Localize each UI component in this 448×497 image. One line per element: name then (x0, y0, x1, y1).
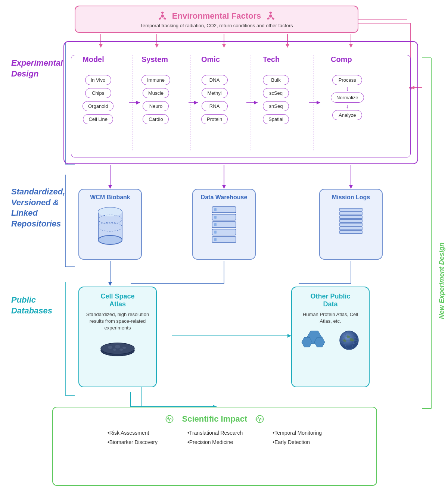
impact-translational: •Translational Research (187, 428, 243, 438)
pill-methyl: Methyl (202, 88, 228, 98)
pill-protein: Protein (201, 114, 228, 124)
pill-cell-line: Cell Line (83, 114, 113, 124)
exp-design-box: Model in Vivo Chips Organoid Cell Line S… (63, 41, 418, 164)
public-databases-label: Public Databases (11, 295, 52, 316)
pill-cardio: Cardio (143, 114, 169, 124)
scientific-impact-box: Scientific Impact •Risk Assessment •Biom… (52, 407, 377, 486)
hex-cluster-icon (301, 329, 327, 351)
col-header-model: Model (83, 55, 113, 64)
pill-scseq: scSeq (263, 88, 289, 98)
pill-immune: Immune (141, 75, 170, 85)
svg-marker-23 (108, 282, 112, 286)
impact-items: •Risk Assessment •Biomarker Discovery •T… (108, 428, 322, 447)
pill-muscle: Muscle (143, 88, 169, 98)
other-public-data-desc: Human Protein Atlas, Cell Atlas, etc. (297, 311, 364, 325)
impact-temporal: •Temporal Monitoring (273, 428, 322, 438)
pill-analyze: Analyze (332, 110, 362, 120)
data-warehouse-card: Data Warehouse (192, 189, 256, 260)
svg-rect-78 (340, 219, 362, 222)
cell-space-atlas-card: Cell Space Atlas Standardized, high reso… (78, 287, 157, 387)
svg-point-58 (269, 15, 272, 18)
globe-icon (339, 330, 360, 351)
server-rack-icon (209, 204, 239, 245)
svg-point-61 (98, 235, 122, 244)
svg-point-84 (108, 346, 112, 349)
impact-early: •Early Detection (273, 438, 322, 447)
svg-rect-80 (340, 212, 362, 215)
radiation-icon-right (265, 11, 276, 21)
col-header-omic: Omic (201, 55, 228, 64)
svg-point-86 (122, 347, 126, 349)
omic-pills: DNA Methyl RNA Protein (201, 75, 228, 124)
repos-label: Standardized, Versioned & Linked Reposit… (11, 187, 65, 229)
tech-pills: Bulk scSeq snSeq Spatial (263, 75, 289, 124)
exp-design-label: Experimental Design (11, 58, 63, 79)
col-header-comp: Comp (331, 55, 364, 64)
model-pills: in Vivo Chips Organoid Cell Line (83, 75, 113, 124)
data-warehouse-title: Data Warehouse (197, 194, 251, 201)
impact-risk: •Risk Assessment (108, 428, 158, 438)
wcm-biobank-title: WCM Biobank (83, 194, 137, 201)
pill-process: Process (332, 75, 362, 85)
svg-rect-66 (214, 208, 217, 211)
pill-snseq: snSeq (263, 101, 289, 111)
env-title: Environmental Factors (83, 11, 350, 21)
svg-rect-75 (340, 231, 362, 234)
comp-arrow-1: ↓ (346, 86, 349, 92)
svg-point-57 (161, 15, 164, 18)
cylinder-icon (95, 204, 125, 245)
svg-marker-21 (349, 185, 353, 189)
svg-rect-68 (214, 216, 217, 219)
svg-rect-70 (214, 223, 217, 226)
pill-spatial: Spatial (263, 114, 289, 124)
mission-logs-title: Mission Logs (324, 194, 378, 201)
pages-stack-icon (336, 204, 366, 241)
svg-marker-17 (108, 185, 112, 189)
pill-chips: Chips (85, 88, 111, 98)
svg-marker-19 (222, 185, 226, 189)
env-subtitle: Temporal tracking of radiation, CO2, ret… (83, 23, 350, 28)
col-header-tech: Tech (263, 55, 289, 64)
pill-bulk: Bulk (263, 75, 289, 85)
svg-rect-81 (340, 208, 362, 211)
radiation-icon-left (157, 11, 168, 21)
pill-in-vivo: in Vivo (85, 75, 111, 85)
petri-dish-icon (99, 335, 136, 358)
mission-logs-card: Mission Logs (319, 189, 383, 260)
svg-point-85 (115, 345, 120, 348)
impact-col-1: •Risk Assessment •Biomarker Discovery (108, 428, 158, 447)
svg-marker-25 (287, 334, 291, 338)
other-public-data-title: Other Public Data (297, 293, 364, 308)
pill-normalize: Normalize (331, 93, 364, 103)
svg-rect-74 (214, 238, 217, 241)
pulse-icon-left (162, 415, 177, 423)
other-public-data-card: Other Public Data Human Protein Atlas, C… (291, 287, 370, 387)
svg-rect-77 (340, 223, 362, 226)
svg-point-88 (119, 348, 123, 351)
diagram-container: Environmental Factors Temporal tracking … (0, 0, 448, 497)
new-experiment-design-label: New Experiment Design (438, 243, 446, 319)
pulse-icon-right (252, 415, 267, 423)
impact-biomarker: •Biomarker Discovery (108, 438, 158, 447)
pill-organoid: Organoid (83, 101, 113, 111)
env-factors-box: Environmental Factors Temporal tracking … (75, 6, 358, 33)
wcm-biobank-card: WCM Biobank (78, 189, 142, 260)
pill-neuro: Neuro (143, 101, 169, 111)
impact-precision: •Precision Medicine (187, 438, 243, 447)
inner-columns-box: Model in Vivo Chips Organoid Cell Line S… (71, 55, 411, 157)
svg-rect-79 (340, 216, 362, 219)
system-pills: Immune Muscle Neuro Cardio (141, 75, 170, 124)
pill-rna: RNA (202, 101, 228, 111)
comp-pills: Process ↓ Normalize ↓ Analyze (331, 75, 364, 120)
scientific-impact-title: Scientific Impact (162, 414, 268, 424)
impact-col-3: •Temporal Monitoring •Early Detection (273, 428, 322, 447)
impact-col-2: •Translational Research •Precision Medic… (187, 428, 243, 447)
svg-rect-72 (214, 231, 217, 234)
pill-dna: DNA (202, 75, 228, 85)
svg-point-87 (113, 348, 116, 351)
cell-space-atlas-desc: Standardized, high resolution results fr… (84, 311, 151, 332)
col-header-system: System (141, 55, 170, 64)
comp-arrow-2: ↓ (346, 103, 349, 109)
svg-rect-76 (340, 227, 362, 230)
cell-space-atlas-title: Cell Space Atlas (84, 293, 151, 308)
